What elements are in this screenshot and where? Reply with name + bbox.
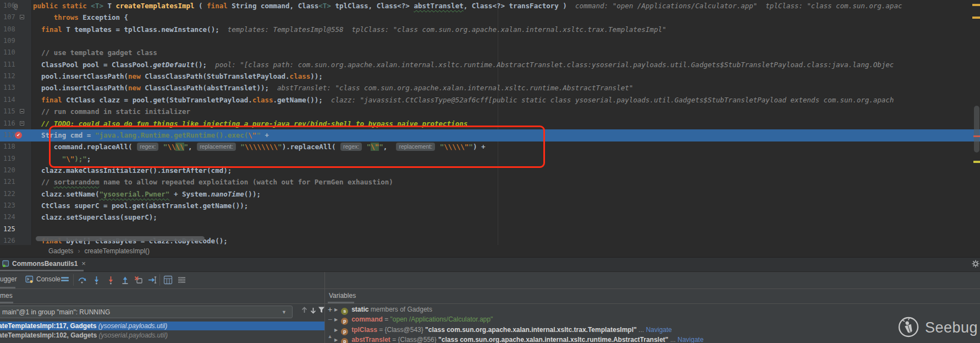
variable-text: {Class@556} [398,336,439,343]
line-number: 110 [3,47,15,58]
vertical-scrollbar[interactable] [974,106,979,153]
code-line-122: 122 clazz.setName("ysoserial.Pwner" + Sy… [0,188,980,200]
panel-divider[interactable] [324,272,325,343]
thread-selector-value: main"@1 in group "main": RUNNING [2,308,110,316]
thread-down-icon[interactable] [309,306,317,317]
variable-row[interactable]: ▶sstatic members of Gadgets [330,304,935,314]
frame-package: (ysoserial.payloads.util) [98,322,167,330]
code-text: clazz.setName("ysoserial.Pwner" + System… [31,188,261,200]
inline-debugger-value: command: "open /Applications/Calculator.… [567,2,902,10]
scroll-up-icon[interactable]: ▲ [326,334,334,339]
code-editor[interactable]: 106@public static <T> T createTemplatesI… [0,0,980,245]
tab-variables[interactable]: Variables [329,292,356,300]
param-hint-badge: replacement: [396,143,435,151]
variable-text: "class com.sun.org.apache.xalan.internal… [438,336,668,343]
tab-frames[interactable]: mes [0,292,13,300]
stripe-mark-execution[interactable] [973,135,980,137]
line-number: 112 [3,70,15,82]
step-into-icon[interactable] [92,275,101,285]
code-text: pool.insertClassPath(new ClassClassPath(… [31,82,633,94]
ide-debugger-screen: 106@public static <T> T createTemplatesI… [0,0,980,343]
breadcrumb-method[interactable]: createTemplatesImpl() [84,247,150,255]
drop-frame-icon[interactable] [134,275,143,285]
line-number: 113 [3,82,15,94]
console-icon [25,275,34,283]
navigate-link[interactable]: Navigate [646,326,671,334]
stripe-mark-warning[interactable] [973,161,980,163]
tab-commonsbeanutils1[interactable]: CommonsBeanutils1× [2,258,86,270]
expand-arrow-icon[interactable]: ▶ [334,315,338,325]
line-number: 117 [3,129,15,141]
annotation-gutter-icon[interactable]: @ [14,1,18,13]
frames-tab-indicator [0,302,13,303]
tab-console[interactable]: Console [25,275,60,283]
variable-text: ... [637,326,646,334]
fold-marker-icon[interactable] [20,109,24,113]
gear-icon[interactable] [971,259,980,270]
line-number: 122 [3,188,15,200]
expand-arrow-icon[interactable]: ▶ [334,305,338,315]
stripe-mark-warning[interactable] [972,17,980,19]
evaluate-expression-icon[interactable] [163,275,173,285]
thread-selector[interactable]: main"@1 in group "main": RUNNING ▼ [0,306,293,318]
variable-text: tplClass [351,326,377,334]
chevron-right-icon: › [78,247,80,255]
line-number: 121 [3,176,15,188]
debug-session-icon [2,259,9,271]
combo-caret-icon: ▼ [282,306,287,318]
code-text: // TODO: could also do fun things like i… [31,118,467,129]
stack-frame-row[interactable]: ateTemplatesImpl:117, Gadgets (ysoserial… [0,322,324,330]
line-number: 126 [3,235,15,245]
variable-row[interactable]: ▶pabstTranslet = {Class@556} "class com.… [330,335,935,343]
navigate-link[interactable]: Navigate [678,336,703,343]
code-text: final T templates = tplClass.newInstance… [31,24,666,35]
variable-text: members of Gadgets [369,306,432,313]
param-hint-badge: replacement: [197,143,236,151]
inline-debugger-value: clazz: "javassist.CtClassType@52af6cff[p… [323,96,894,104]
line-number: 115 [3,106,15,117]
code-line-107: 107 throws Exception { [0,12,980,24]
remove-watch-icon[interactable]: − [326,315,334,324]
code-line-108: 108 final T templates = tplClass.newInst… [0,24,980,36]
code-line-112: 112 pool.insertClassPath(new ClassClassP… [0,70,980,83]
tab-debugger[interactable]: ugger [0,275,17,283]
variable-row[interactable]: ▶pcommand = "open /Applications/Calculat… [330,314,935,324]
fold-marker-icon[interactable] [20,15,24,19]
step-out-icon[interactable] [120,275,130,285]
restore-layout-icon[interactable] [60,275,70,285]
expand-arrow-icon[interactable]: ▶ [334,335,338,343]
code-line-116: 116 // TODO: could also do fun things li… [0,118,980,130]
line-number: 108 [3,24,15,35]
code-line-121: 121 // sortarandom name to allow repeate… [0,176,980,188]
code-text: ClassPool pool = ClassPool.getDefault();… [31,59,894,70]
force-step-into-icon[interactable] [106,275,115,285]
breakpoint-icon[interactable]: ✔ [15,132,22,139]
param-hint-badge: regex: [340,143,362,151]
inline-debugger-value: pool: "[class path: com.sun.org.apache.x… [207,61,894,69]
code-line-120: 120 clazz.makeClassInitializer().insertA… [0,165,980,177]
expand-arrow-icon[interactable]: ▶ [334,325,338,335]
debugger-toolbar: ugger Console [0,272,980,289]
tab-selected-indicator [0,270,84,271]
frame-package: (ysoserial.payloads.util) [99,331,168,339]
breadcrumb-class[interactable]: Gadgets [48,247,73,255]
code-line-125: 125 [0,224,980,236]
horizontal-scrollbar[interactable] [36,236,205,241]
stack-frame-row[interactable]: ateTemplatesImpl:102, Gadgets (ysoserial… [0,331,324,340]
frame-location: ateTemplatesImpl:102, Gadgets [0,331,99,339]
layout-settings-icon[interactable] [177,275,186,285]
variable-row[interactable]: ▶ptplClass = {Class@543} "class com.sun.… [330,325,935,335]
close-icon[interactable]: × [81,259,86,268]
code-text: clazz.setSuperclass(superC); [31,211,157,223]
thread-up-icon[interactable] [300,306,309,317]
add-watch-icon[interactable]: + [326,305,334,314]
fold-marker-icon[interactable] [20,121,24,126]
stripe-mark-warning[interactable] [972,4,980,6]
step-over-icon[interactable] [78,275,87,285]
run-to-cursor-icon[interactable] [147,275,157,285]
debug-toolwindow-tabbar: CommonsBeanutils1× [0,258,980,272]
code-line-109: 109 [0,35,980,47]
code-line-113: 113 pool.insertClassPath(new ClassClassP… [0,82,980,94]
line-number: 116 [3,118,15,129]
inline-debugger-value: abstTranslet: "class com.sun.org.apache.… [269,84,633,92]
